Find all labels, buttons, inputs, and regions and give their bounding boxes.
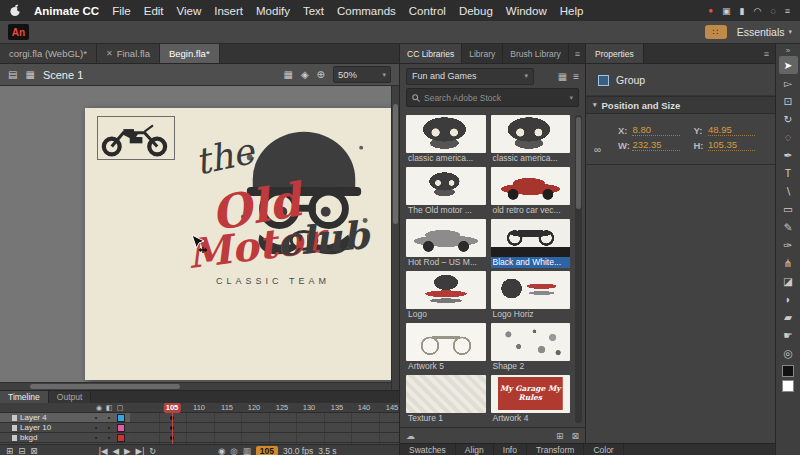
menu-item[interactable]: Text	[303, 5, 324, 17]
library-item-thumbnail[interactable]	[406, 271, 486, 309]
layer-outline-color-swatch[interactable]	[117, 434, 125, 442]
pen-tool[interactable]: ✒	[779, 146, 798, 164]
y-value-field[interactable]: 48.95	[708, 124, 755, 136]
library-item-thumbnail[interactable]	[491, 323, 571, 361]
fill-color-chip[interactable]	[782, 380, 794, 392]
timeline-layer-row[interactable]: Layer 4 • •	[0, 413, 399, 423]
display-icon[interactable]: ▣	[722, 6, 731, 16]
library-item[interactable]: Logo	[406, 271, 486, 320]
library-item-label[interactable]: The Old motor ...	[406, 205, 486, 216]
brush-tool[interactable]: ✑	[779, 236, 798, 254]
logo-subtitle[interactable]: CLASSIC TEAM	[203, 276, 343, 286]
add-item-icon[interactable]: ⊞	[556, 431, 564, 441]
panel-menu-icon[interactable]: ≡	[570, 44, 585, 63]
library-item-label[interactable]: old retro car vec...	[491, 205, 571, 216]
layer-outline-color-swatch[interactable]	[117, 414, 125, 422]
layer-lock-dot[interactable]: •	[104, 433, 114, 442]
visibility-eye-icon[interactable]: ◉	[96, 404, 102, 412]
3d-rotation-tool[interactable]: ↻	[779, 110, 798, 128]
library-item-label[interactable]: Texture 1	[406, 413, 486, 424]
ruler-frame-number[interactable]: 120	[248, 403, 261, 413]
list-view-icon[interactable]: ≡	[573, 71, 579, 82]
stage-vertical-scrollbar[interactable]	[391, 86, 399, 390]
logo-text-club[interactable]: club	[275, 212, 370, 265]
library-item-thumbnail[interactable]	[406, 375, 486, 413]
collapse-panels-icon[interactable]: »	[786, 46, 790, 56]
timeline-playhead[interactable]	[172, 413, 173, 444]
pencil-tool[interactable]: ✎	[779, 218, 798, 236]
library-item-label[interactable]: Artwork 4	[491, 413, 571, 424]
h-value-field[interactable]: 105.35	[708, 139, 755, 151]
paint-bucket-tool[interactable]: ◪	[779, 272, 798, 290]
stroke-color-chip[interactable]	[782, 365, 794, 377]
current-frame-indicator[interactable]: 105	[256, 446, 278, 455]
document-tab[interactable]: ✕ Final.fla	[97, 44, 160, 63]
app-menu-title[interactable]: Animate CC	[34, 5, 99, 17]
free-transform-tool[interactable]: ⊡	[779, 92, 798, 110]
menu-item[interactable]: Edit	[144, 5, 164, 17]
record-icon[interactable]: ●	[708, 6, 713, 15]
library-item[interactable]: Logo Horiz	[491, 271, 571, 320]
library-item[interactable]: classic america...	[491, 115, 571, 164]
eraser-tool[interactable]: ▰	[779, 308, 798, 326]
loop-button[interactable]: ↻	[149, 446, 156, 455]
library-item[interactable]: Hot Rod – US M...	[406, 219, 486, 268]
scrollbar-thumb[interactable]	[393, 104, 398, 224]
library-item-label[interactable]: classic america...	[406, 153, 486, 164]
play-button[interactable]: ▶	[124, 446, 131, 455]
grid-view-icon[interactable]: ▦	[558, 71, 567, 82]
timeline-layer-row[interactable]: Layer 10 • •	[0, 423, 399, 433]
library-item-thumbnail[interactable]	[491, 115, 571, 153]
scene-name[interactable]: Scene 1	[43, 69, 83, 81]
scrollbar-thumb[interactable]	[576, 117, 581, 209]
frame-rate-indicator[interactable]: 30.0 fps	[283, 446, 313, 455]
line-tool[interactable]: ∖	[779, 182, 798, 200]
properties-tab[interactable]: Properties	[586, 44, 644, 63]
library-item-thumbnail[interactable]	[491, 167, 571, 205]
selection-tool[interactable]: ➤	[779, 56, 798, 74]
library-item-label[interactable]: Artwork 5	[406, 361, 486, 372]
timeline-layer-row[interactable]: Layer 1 • •	[0, 443, 399, 444]
control-center-icon[interactable]: ≡	[785, 6, 790, 16]
spotlight-icon[interactable]: ◌	[770, 6, 775, 16]
layer-name-cell[interactable]: bkgd • •	[0, 433, 130, 442]
layer-outline-color-swatch[interactable]	[117, 444, 125, 445]
subselection-tool[interactable]: ▻	[779, 74, 798, 92]
hand-tool[interactable]: ☛	[779, 326, 798, 344]
ruler-frame-number[interactable]: 130	[303, 403, 316, 413]
library-item-thumbnail[interactable]	[406, 115, 486, 153]
panel-tab[interactable]: Info	[494, 444, 527, 455]
layer-name-cell[interactable]: Layer 10 • •	[0, 423, 130, 432]
bone-tool[interactable]: ⋔	[779, 254, 798, 272]
library-item-label[interactable]: Shape 2	[491, 361, 571, 372]
libraries-tab[interactable]: CC Libraries	[400, 44, 462, 63]
ruler-frame-number[interactable]: 140	[358, 403, 371, 413]
tab-close-icon[interactable]: ✕	[106, 49, 113, 58]
lock-icon[interactable]: ◧	[106, 404, 113, 412]
timeline-layer-row[interactable]: bkgd • •	[0, 433, 399, 443]
sync-status-icon[interactable]: ☁	[406, 431, 415, 441]
menu-item[interactable]: Debug	[459, 5, 493, 17]
layer-lock-dot[interactable]: •	[104, 413, 114, 422]
panel-tab[interactable]: Color	[584, 444, 623, 455]
apple-menu[interactable]	[10, 4, 21, 17]
library-item-label[interactable]: Logo	[406, 309, 486, 320]
panel-tab[interactable]: Align	[456, 444, 494, 455]
scene-menu-icon[interactable]: ▤	[8, 69, 17, 80]
edit-symbol-icon[interactable]: ◈	[301, 69, 309, 80]
animate-logo[interactable]: An	[8, 24, 29, 40]
next-frame-button[interactable]: ▶|	[136, 446, 145, 455]
library-item[interactable]: Black and White...	[491, 219, 571, 268]
layer-lock-dot[interactable]: •	[104, 423, 114, 432]
lasso-tool[interactable]: ◌	[779, 128, 798, 146]
libraries-tab[interactable]: Brush Library	[503, 44, 569, 63]
position-size-section-header[interactable]: ▾ Position and Size	[586, 96, 775, 114]
stage-pasteboard[interactable]: the Old Motor club CLASSIC TEAM	[0, 86, 399, 390]
selected-motorcycle-group[interactable]	[97, 116, 175, 160]
onion-skin-button[interactable]: ◉	[218, 446, 225, 455]
ruler-frame-number[interactable]: 125	[276, 403, 289, 413]
ruler-frame-number[interactable]: 105	[164, 403, 181, 413]
panel-tab[interactable]: Transform	[527, 444, 584, 455]
ruler-frame-number[interactable]: 145	[386, 403, 399, 413]
library-item-thumbnail[interactable]	[491, 271, 571, 309]
